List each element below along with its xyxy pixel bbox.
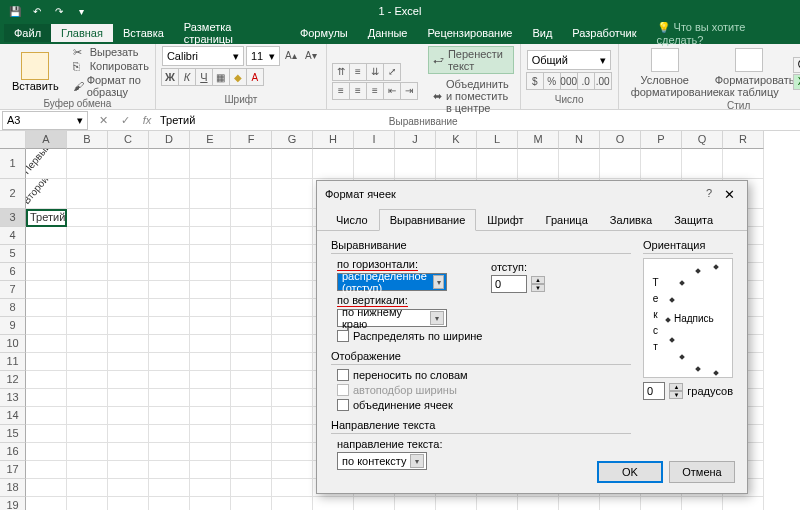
cell[interactable] xyxy=(231,479,272,497)
enter-formula-button[interactable]: ✓ xyxy=(116,114,134,127)
cell[interactable] xyxy=(272,281,313,299)
cell[interactable] xyxy=(108,179,149,209)
cell[interactable] xyxy=(149,479,190,497)
align-right-button[interactable]: ≡ xyxy=(366,82,384,100)
close-button[interactable]: ✕ xyxy=(719,187,739,202)
cell[interactable] xyxy=(149,281,190,299)
qat-customize-icon[interactable]: ▾ xyxy=(74,4,88,18)
cell[interactable] xyxy=(108,245,149,263)
cell[interactable] xyxy=(149,179,190,209)
col-header[interactable]: D xyxy=(149,131,190,149)
cell[interactable] xyxy=(108,227,149,245)
cell[interactable] xyxy=(231,209,272,227)
cell-a1[interactable]: Первый xyxy=(26,149,67,179)
row-header[interactable]: 3 xyxy=(0,209,26,227)
cancel-formula-button[interactable]: ✕ xyxy=(94,114,112,127)
paste-button[interactable]: Вставить xyxy=(6,50,65,94)
tab-file[interactable]: Файл xyxy=(4,24,51,42)
cell[interactable] xyxy=(149,263,190,281)
cell[interactable] xyxy=(67,263,108,281)
cell[interactable] xyxy=(231,245,272,263)
cell-a3[interactable]: Третий xyxy=(26,209,67,227)
cell[interactable] xyxy=(190,497,231,510)
cell[interactable] xyxy=(190,281,231,299)
cell[interactable] xyxy=(190,389,231,407)
row-header[interactable]: 14 xyxy=(0,407,26,425)
cell[interactable] xyxy=(231,389,272,407)
cell[interactable] xyxy=(272,497,313,510)
cell[interactable] xyxy=(272,317,313,335)
cell[interactable] xyxy=(26,281,67,299)
cell[interactable] xyxy=(67,407,108,425)
merge-center-button[interactable]: ⬌Объединить и поместить в центре xyxy=(428,76,514,116)
cell[interactable] xyxy=(272,443,313,461)
cell[interactable] xyxy=(518,149,559,179)
row-header[interactable]: 18 xyxy=(0,479,26,497)
cell[interactable] xyxy=(108,443,149,461)
cell[interactable] xyxy=(559,497,600,510)
cell[interactable] xyxy=(26,263,67,281)
cell[interactable] xyxy=(272,425,313,443)
cell[interactable] xyxy=(231,371,272,389)
cell[interactable] xyxy=(26,497,67,510)
row-header[interactable]: 8 xyxy=(0,299,26,317)
cell[interactable] xyxy=(272,245,313,263)
cell[interactable] xyxy=(231,335,272,353)
cell[interactable] xyxy=(395,497,436,510)
cell[interactable] xyxy=(272,371,313,389)
cell[interactable] xyxy=(272,299,313,317)
cell[interactable] xyxy=(354,149,395,179)
comma-button[interactable]: 000 xyxy=(560,72,578,90)
increase-indent-button[interactable]: ⇥ xyxy=(400,82,418,100)
cell[interactable] xyxy=(190,425,231,443)
format-as-table-button[interactable]: Форматировать как таблицу xyxy=(709,46,789,100)
cell[interactable] xyxy=(272,209,313,227)
col-header[interactable]: M xyxy=(518,131,559,149)
cell[interactable] xyxy=(26,389,67,407)
cell[interactable] xyxy=(272,149,313,179)
row-header[interactable]: 13 xyxy=(0,389,26,407)
tab-review[interactable]: Рецензирование xyxy=(418,24,523,42)
row-header[interactable]: 4 xyxy=(0,227,26,245)
col-header[interactable]: H xyxy=(313,131,354,149)
col-header[interactable]: L xyxy=(477,131,518,149)
row-header[interactable]: 9 xyxy=(0,317,26,335)
cell[interactable] xyxy=(108,371,149,389)
save-icon[interactable]: 💾 xyxy=(8,4,22,18)
cell[interactable] xyxy=(108,281,149,299)
col-header[interactable]: N xyxy=(559,131,600,149)
wrap-text-button[interactable]: ⮐Перенести текст xyxy=(428,46,514,74)
cell[interactable] xyxy=(190,371,231,389)
cell[interactable] xyxy=(149,461,190,479)
cell[interactable] xyxy=(67,209,108,227)
col-header[interactable]: I xyxy=(354,131,395,149)
row-header[interactable]: 11 xyxy=(0,353,26,371)
row-header[interactable]: 10 xyxy=(0,335,26,353)
cell[interactable] xyxy=(190,407,231,425)
cell[interactable] xyxy=(149,209,190,227)
tab-insert[interactable]: Вставка xyxy=(113,24,174,42)
merge-cells-checkbox[interactable]: объединение ячеек xyxy=(331,399,631,411)
format-painter-button[interactable]: 🖌Формат по образцу xyxy=(73,74,149,98)
cell[interactable] xyxy=(272,479,313,497)
italic-button[interactable]: К xyxy=(178,68,196,86)
cell[interactable] xyxy=(149,149,190,179)
underline-button[interactable]: Ч xyxy=(195,68,213,86)
font-name-select[interactable]: Calibri▾ xyxy=(162,46,244,66)
tab-developer[interactable]: Разработчик xyxy=(562,24,646,42)
style-good[interactable]: Хороший xyxy=(793,74,800,90)
cell[interactable] xyxy=(149,317,190,335)
cell[interactable] xyxy=(26,335,67,353)
cell[interactable] xyxy=(682,149,723,179)
cell[interactable] xyxy=(231,461,272,479)
cell[interactable] xyxy=(108,317,149,335)
cell[interactable] xyxy=(67,461,108,479)
undo-icon[interactable]: ↶ xyxy=(30,4,44,18)
cell[interactable] xyxy=(272,179,313,209)
cell[interactable] xyxy=(190,317,231,335)
bold-button[interactable]: Ж xyxy=(161,68,179,86)
cell[interactable] xyxy=(190,227,231,245)
cell[interactable] xyxy=(518,497,559,510)
cell[interactable] xyxy=(26,317,67,335)
cell[interactable] xyxy=(108,497,149,510)
